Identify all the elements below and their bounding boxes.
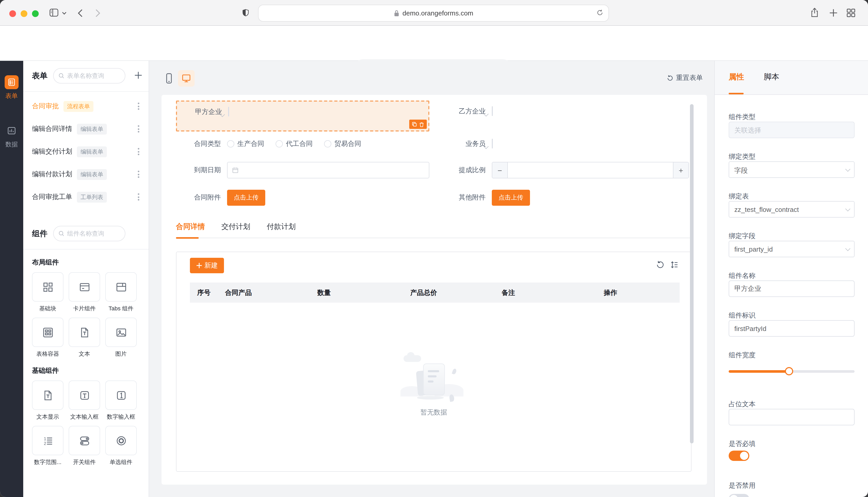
more-actions-icon[interactable] <box>135 102 142 110</box>
more-actions-icon[interactable] <box>135 147 142 156</box>
component-card-text-display[interactable]: 文本显示 <box>32 381 64 421</box>
svg-text:1: 1 <box>44 437 46 441</box>
new-row-button[interactable]: 新建 <box>190 258 224 273</box>
data-chart-icon <box>5 124 18 138</box>
first-party-select[interactable] <box>228 107 229 116</box>
component-card-radio[interactable]: 单选组件 <box>105 426 137 466</box>
trash-icon[interactable] <box>419 122 424 127</box>
component-card-image[interactable]: 图片 <box>105 317 137 358</box>
second-party-select[interactable] <box>492 106 493 116</box>
radio-trade-contract[interactable]: 贸易合同 <box>324 139 361 148</box>
bind-table-select[interactable]: zz_test_flow_contract <box>729 201 855 217</box>
add-form-icon[interactable] <box>134 71 142 80</box>
column-header: 合同产品 <box>218 288 310 297</box>
field-due-date[interactable]: 到期日期 <box>176 162 429 179</box>
component-card-text[interactable]: 文本 <box>69 317 100 358</box>
zoom-window-button[interactable] <box>32 10 39 17</box>
component-card-switch[interactable]: 开关组件 <box>69 426 100 466</box>
reset-icon <box>667 74 673 81</box>
form-list-item[interactable]: 合同审批工单 工单列表 <box>23 186 149 208</box>
form-type-badge: 工单列表 <box>77 191 107 202</box>
field-label: 到期日期 <box>176 166 227 175</box>
width-slider[interactable] <box>729 367 855 375</box>
more-actions-icon[interactable] <box>135 193 142 201</box>
field-other-attachment[interactable]: 其他附件 点击上传 <box>449 189 689 206</box>
tab-contract-detail[interactable]: 合同详情 <box>176 222 205 231</box>
canvas-scrollbar[interactable] <box>690 104 693 443</box>
component-card-basic-block[interactable]: 基础块 <box>32 272 64 312</box>
field-salesman[interactable]: 业务员 <box>449 136 689 152</box>
refresh-icon[interactable] <box>656 260 665 269</box>
component-search-input[interactable] <box>67 230 119 237</box>
tab-delivery-plan[interactable]: 交付计划 <box>221 222 250 231</box>
share-icon[interactable] <box>810 7 819 18</box>
field-contract-attachment[interactable]: 合同附件 点击上传 <box>176 189 429 206</box>
desktop-preview-icon[interactable] <box>178 70 195 87</box>
form-search-input[interactable] <box>67 72 119 80</box>
minimize-window-button[interactable] <box>20 10 27 17</box>
sidebar-toggle-icon[interactable] <box>49 8 59 17</box>
form-list-item[interactable]: 编辑付款计划 编辑表单 <box>23 163 149 186</box>
column-header: 备注 <box>494 288 596 297</box>
due-date-input[interactable] <box>227 162 429 179</box>
empty-state: 暂无数据 <box>177 355 691 417</box>
placeholder-input[interactable] <box>729 409 855 425</box>
close-window-button[interactable] <box>9 10 16 17</box>
commission-input[interactable] <box>508 162 673 178</box>
reload-icon[interactable] <box>596 9 603 16</box>
field-commission[interactable]: 提成比例 − + <box>449 162 689 179</box>
width-slider-handle[interactable] <box>785 367 793 375</box>
component-card-card[interactable]: 卡片组件 <box>69 272 100 312</box>
component-card-table-container[interactable]: 表格容器 <box>32 317 64 358</box>
tab-overview-icon[interactable] <box>846 8 856 17</box>
component-card-tabs[interactable]: Tabs 组件 <box>105 272 137 312</box>
upload-button[interactable]: 点击上传 <box>492 189 530 205</box>
component-card-number-range[interactable]: 12 数字范围... <box>32 426 64 466</box>
component-card-number-input[interactable]: 数字输入框 <box>105 381 137 421</box>
component-name-input[interactable] <box>729 281 855 297</box>
bind-field-select[interactable]: first_party_id <box>729 241 855 257</box>
more-actions-icon[interactable] <box>135 125 142 133</box>
component-type-input[interactable] <box>729 122 855 138</box>
required-toggle[interactable] <box>729 451 749 461</box>
new-tab-icon[interactable] <box>829 9 838 17</box>
upload-button[interactable]: 点击上传 <box>227 189 265 205</box>
chevron-down-icon[interactable] <box>62 11 67 15</box>
rail-item-data[interactable]: 数据 <box>0 124 23 149</box>
sort-order-icon[interactable] <box>670 260 679 269</box>
form-list-item[interactable]: 编辑交付计划 编辑表单 <box>23 140 149 163</box>
privacy-shield-icon[interactable] <box>242 7 250 19</box>
component-card-text-input[interactable]: 文本输入框 <box>69 381 100 421</box>
radio-production-contract[interactable]: 生产合同 <box>227 139 264 148</box>
radio-circle-icon <box>276 140 283 147</box>
component-search-box[interactable] <box>53 226 125 241</box>
tab-payment-plan[interactable]: 付款计划 <box>267 222 296 231</box>
column-header: 数量 <box>310 288 403 297</box>
back-icon[interactable] <box>78 9 83 17</box>
prop-label-component-key: 组件标识 <box>729 311 756 320</box>
bind-type-select[interactable]: 字段 <box>729 161 855 178</box>
decrease-button[interactable]: − <box>492 162 508 178</box>
tab-properties[interactable]: 属性 <box>729 72 744 82</box>
form-search-box[interactable] <box>53 68 125 84</box>
salesman-select[interactable] <box>492 139 493 148</box>
increase-button[interactable]: + <box>673 162 688 178</box>
rail-item-forms[interactable]: 表单 <box>0 75 23 101</box>
more-actions-icon[interactable] <box>135 170 142 179</box>
form-list-item[interactable]: 编辑合同详情 编辑表单 <box>23 117 149 140</box>
tab-script[interactable]: 脚本 <box>764 72 779 82</box>
field-first-party-selected[interactable]: 甲方企业 <box>176 101 429 131</box>
reset-form-button[interactable]: 重置表单 <box>667 73 703 83</box>
form-name: 合同审批工单 <box>32 192 72 202</box>
component-key-input[interactable] <box>729 320 855 337</box>
radio-oem-contract[interactable]: 代工合同 <box>276 139 313 148</box>
mobile-preview-icon[interactable] <box>161 70 177 87</box>
address-bar[interactable]: demo.orangeforms.com <box>258 5 609 22</box>
field-contract-type[interactable]: 合同类型 生产合同 代工合同 贸易合同 <box>176 136 429 152</box>
copy-icon[interactable] <box>412 122 417 127</box>
field-second-party[interactable]: 乙方企业 <box>449 103 689 119</box>
forward-icon[interactable] <box>95 9 101 17</box>
disabled-toggle[interactable] <box>729 494 749 497</box>
form-list-item[interactable]: 合同审批 流程表单 <box>23 95 149 117</box>
field-label: 提成比例 <box>449 166 492 175</box>
